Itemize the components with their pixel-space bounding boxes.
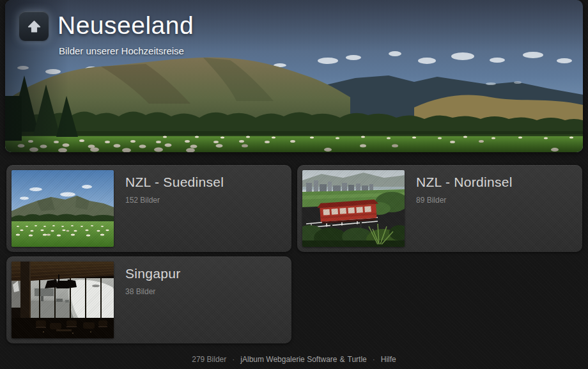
cable-car-thumbnail xyxy=(302,170,405,247)
header: Neuseeland Bilder unserer Hochzeitsreise xyxy=(5,0,583,152)
footer-skin-link[interactable]: Turtle xyxy=(348,355,367,364)
album-meta: NZL - Nordinsel 89 Bilder xyxy=(416,170,513,247)
album-count: 89 Bilder xyxy=(416,196,513,205)
album-card-singapur[interactable]: Singapur 38 Bilder xyxy=(6,256,291,343)
footer: 279 Bilder·jAlbum Webgalerie Software&Tu… xyxy=(0,355,588,364)
album-grid: NZL - Suedinsel 152 Bilder xyxy=(6,165,583,343)
page-subtitle: Bilder unserer Hochzeitsreise xyxy=(59,45,184,56)
album-title: NZL - Nordinsel xyxy=(416,175,513,190)
album-count: 38 Bilder xyxy=(125,287,180,296)
album-meta: Singapur 38 Bilder xyxy=(125,262,180,338)
footer-total-count: 279 Bilder xyxy=(192,355,226,364)
album-thumbnail xyxy=(12,262,114,338)
footer-ampersand: & xyxy=(339,355,344,364)
up-button[interactable] xyxy=(19,12,49,41)
album-title: NZL - Suedinsel xyxy=(125,175,224,190)
sheep-meadow-thumbnail xyxy=(12,170,114,247)
footer-help-link[interactable]: Hilfe xyxy=(381,355,396,364)
album-title: Singapur xyxy=(125,266,180,281)
footer-separator: · xyxy=(373,355,375,364)
album-count: 152 Bilder xyxy=(125,196,224,205)
album-card-nzl-suedinsel[interactable]: NZL - Suedinsel 152 Bilder xyxy=(6,165,291,252)
page-title: Neuseeland xyxy=(58,12,194,40)
album-card-nzl-nordinsel[interactable]: NZL - Nordinsel 89 Bilder xyxy=(297,165,582,252)
arrow-up-icon xyxy=(26,18,43,35)
album-thumbnail xyxy=(302,170,405,247)
album-thumbnail xyxy=(12,170,114,247)
airport-lounge-thumbnail xyxy=(12,262,114,338)
album-meta: NZL - Suedinsel 152 Bilder xyxy=(125,170,224,247)
footer-separator: · xyxy=(232,355,235,364)
footer-software-link[interactable]: jAlbum Webgalerie Software xyxy=(240,355,337,364)
